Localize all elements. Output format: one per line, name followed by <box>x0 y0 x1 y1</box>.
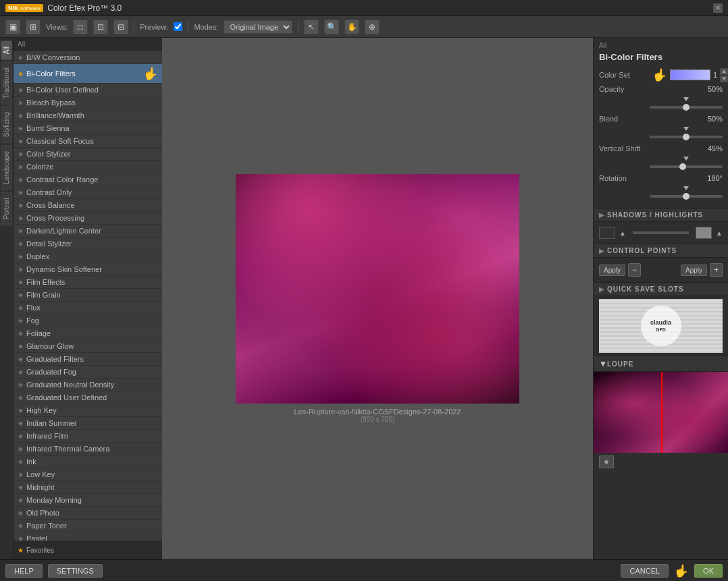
filter-item-29[interactable]: ★Infrared Film <box>14 430 162 443</box>
control-points-header[interactable]: ▶ Control Points <box>594 244 728 258</box>
filter-item-13[interactable]: ★Darken/Lighten Center <box>14 225 162 238</box>
filter-name-18: Film Grain <box>26 291 61 299</box>
filter-item-24[interactable]: ★Graduated Fog <box>14 366 162 379</box>
filter-item-5[interactable]: ★Burnt Sienna <box>14 122 162 135</box>
filter-item-0[interactable]: ★B/W Conversion <box>14 51 162 64</box>
vshift-slider[interactable] <box>650 165 723 168</box>
filter-item-22[interactable]: ★Glamour Glow <box>14 340 162 353</box>
cp-minus-btn[interactable]: − <box>628 263 641 277</box>
filter-name-26: Graduated User Defined <box>26 393 107 402</box>
view-single-btn[interactable]: □ <box>73 20 88 34</box>
opacity-row: Opacity 50% <box>599 85 723 93</box>
cp-apply2-btn[interactable]: Apply <box>681 265 707 276</box>
settings-button[interactable]: SETTINGS <box>48 564 103 578</box>
filter-item-27[interactable]: ★High Key <box>14 404 162 417</box>
filter-item-14[interactable]: ★Detail Stylizer <box>14 238 162 250</box>
filter-item-20[interactable]: ★Fog <box>14 314 162 327</box>
main-area: All Traditional Stylizing Landscape Port… <box>0 38 728 559</box>
filter-item-11[interactable]: ★Cross Balance <box>14 199 162 212</box>
color-set-control[interactable]: 1 ▲ ▼ <box>670 68 728 82</box>
filter-star-13: ★ <box>18 227 24 235</box>
color-swatch[interactable] <box>670 70 710 80</box>
filter-item-10[interactable]: ★Contrast Only <box>14 186 162 199</box>
tab-portrait[interactable]: Portrait <box>1 192 12 225</box>
filter-item-17[interactable]: ★Film Effects <box>14 276 162 289</box>
color-set-up[interactable]: ▲ <box>720 68 728 75</box>
filter-item-37[interactable]: ★Pastel <box>14 532 162 541</box>
blend-label: Blend <box>599 115 650 123</box>
filter-item-16[interactable]: ★Dynamic Skin Softener <box>14 263 162 276</box>
filter-item-1[interactable]: ★Bi-Color Filters👆 <box>14 64 162 84</box>
color-set-label: Color Set <box>599 71 650 79</box>
color-set-pointer: 👆 <box>652 67 667 82</box>
filter-item-33[interactable]: ★Midnight <box>14 481 162 494</box>
filter-item-21[interactable]: ★Foliage <box>14 327 162 340</box>
favorites-label: Favorites <box>26 547 54 554</box>
cp-plus-btn[interactable]: + <box>710 263 723 277</box>
shadows-highlights-header[interactable]: ▶ Shadows / Highlights <box>594 209 728 222</box>
filter-item-2[interactable]: ★Bi-Color User Defined <box>14 84 162 96</box>
filter-item-8[interactable]: ★Colorize <box>14 161 162 173</box>
close-button[interactable]: ✕ <box>713 3 723 13</box>
opacity-slider[interactable] <box>650 106 723 109</box>
view-compare-btn[interactable]: ⊟ <box>113 20 128 34</box>
favorites-star: ★ <box>18 547 24 554</box>
rotation-tick <box>683 186 689 190</box>
all-filters-label[interactable]: All <box>14 38 162 51</box>
zoom-tool[interactable]: 🔍 <box>324 20 339 34</box>
filter-item-18[interactable]: ★Film Grain <box>14 289 162 302</box>
opacity-tick <box>683 97 689 101</box>
quick-save-title: QUICK SAVE SLOTS <box>607 285 684 293</box>
left-tabs: All Traditional Stylizing Landscape Port… <box>0 38 14 559</box>
tab-traditional[interactable]: Traditional <box>1 61 12 105</box>
filter-item-36[interactable]: ★Paper Toner <box>14 520 162 532</box>
filter-item-6[interactable]: ★Classical Soft Focus <box>14 135 162 148</box>
ok-button[interactable]: OK <box>694 564 723 578</box>
filter-item-4[interactable]: ★Brilliance/Warmth <box>14 109 162 122</box>
filter-name-21: Foliage <box>26 329 51 337</box>
preview-checkbox[interactable] <box>174 22 182 31</box>
pan-tool[interactable]: ✋ <box>344 20 359 34</box>
color-set-arrows[interactable]: ▲ ▼ <box>720 68 728 82</box>
loupe-settings-btn[interactable]: ★ <box>599 455 614 468</box>
filter-item-28[interactable]: ★Indian Summer <box>14 417 162 430</box>
filter-item-12[interactable]: ★Cross Processing <box>14 212 162 225</box>
sep3 <box>298 20 298 34</box>
cursor-tool[interactable]: ↖ <box>304 20 319 34</box>
filter-item-23[interactable]: ★Graduated Filters <box>14 353 162 366</box>
filter-star-37: ★ <box>18 535 24 541</box>
filter-item-30[interactable]: ★Infrared Thermal Camera <box>14 443 162 455</box>
list-view-btn[interactable]: ⊞ <box>26 20 41 34</box>
tab-all[interactable]: All <box>1 40 12 60</box>
color-set-down[interactable]: ▼ <box>720 76 728 82</box>
cp-apply-btn[interactable]: Apply <box>599 265 625 276</box>
tab-landscape[interactable]: Landscape <box>1 145 12 190</box>
filter-star-8: ★ <box>18 163 24 171</box>
filter-item-3[interactable]: ★Bleach Bypass <box>14 96 162 109</box>
modes-select[interactable]: Original Image <box>224 20 292 34</box>
quick-save-slot[interactable]: claudiaGFD <box>599 299 723 353</box>
loupe-header[interactable]: ▼ LOUPE <box>594 356 728 372</box>
filter-item-34[interactable]: ★Monday Morning <box>14 494 162 507</box>
view-split-btn[interactable]: ⊡ <box>93 20 108 34</box>
cancel-button[interactable]: CANCEL <box>621 564 669 578</box>
info-tool[interactable]: ⊕ <box>365 20 380 34</box>
filter-item-25[interactable]: ★Graduated Neutral Density <box>14 379 162 391</box>
filter-item-35[interactable]: ★Old Photo <box>14 507 162 520</box>
filter-item-32[interactable]: ★Low Key <box>14 468 162 481</box>
filter-item-19[interactable]: ★Flux <box>14 302 162 314</box>
control-points-title: Control Points <box>607 247 677 254</box>
quick-save-header[interactable]: ▶ QUICK SAVE SLOTS <box>594 283 728 296</box>
filter-item-9[interactable]: ★Contrast Color Range <box>14 173 162 186</box>
tab-stylizing[interactable]: Stylizing <box>1 106 12 143</box>
filter-item-26[interactable]: ★Graduated User Defined <box>14 391 162 404</box>
filter-item-15[interactable]: ★Duplex <box>14 250 162 263</box>
rotation-slider[interactable] <box>650 195 723 198</box>
filter-name-22: Glamour Glow <box>26 342 74 350</box>
filter-name-1: Bi-Color Filters <box>26 70 76 78</box>
filter-item-31[interactable]: ★Ink <box>14 455 162 468</box>
help-button[interactable]: HELP <box>5 564 43 578</box>
grid-view-btn[interactable]: ▣ <box>5 20 20 34</box>
blend-slider[interactable] <box>650 136 723 138</box>
filter-item-7[interactable]: ★Color Stylizer <box>14 148 162 161</box>
